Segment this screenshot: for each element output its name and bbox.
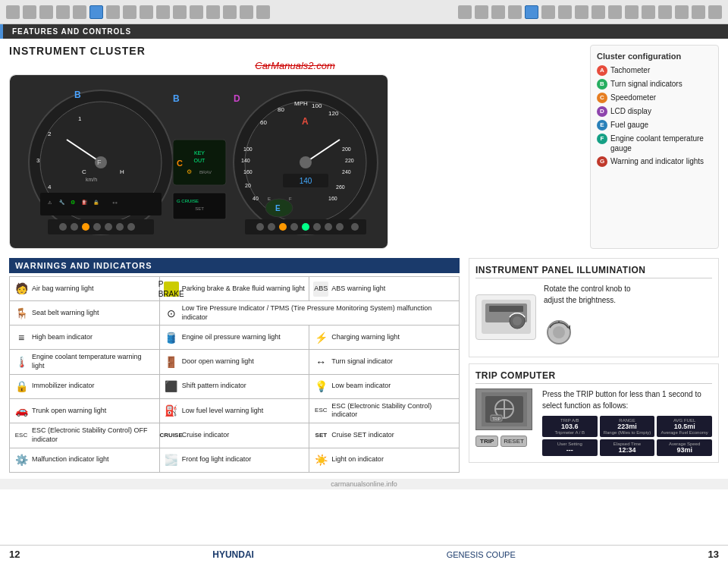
nav-icon-1[interactable] [6,5,20,19]
bottom-section: WARNINGS AND INDICATORS 🧑 Air bag warnin… [9,258,719,473]
svg-text:100: 100 [243,146,253,152]
door-icon: 🚪 [164,354,179,370]
svg-point-67 [313,223,321,231]
nav-icon-r5[interactable] [541,5,555,19]
reset-button[interactable]: RESET [500,436,527,447]
nav-icon-car-active[interactable] [89,5,103,19]
cruise-text: Cruise indicator [182,431,230,440]
svg-text:C: C [82,168,86,175]
svg-rect-71 [40,193,162,215]
nav-icon-4[interactable] [56,5,70,19]
warning-tpms: ⊙ Low Tire Pressure Indicator / TPMS (Ti… [160,301,460,326]
warning-airbag: 🧑 Air bag warning light [10,277,160,301]
nav-icon-11[interactable] [190,5,203,19]
svg-text:2: 2 [48,131,52,137]
warning-esc-off: ESC ESC (Electronic Stability Control) O… [10,423,160,448]
svg-text:100: 100 [312,102,322,109]
nav-icon-6[interactable] [106,5,120,19]
config-label-f: Engine coolant temperature gauge [610,134,712,153]
nav-icon-r10[interactable] [625,5,639,19]
warning-light-on: ☀️ Light on indicator [309,448,460,473]
svg-point-19 [71,223,78,231]
nav-icon-5[interactable] [73,5,86,19]
config-item-f: F Engine coolant temperature gauge [597,134,712,153]
warning-door: 🚪 Door open warning light [160,350,310,374]
nav-icon-13[interactable] [223,5,237,19]
nav-icon-r3[interactable] [491,5,505,19]
badge-c: C [597,93,607,103]
nav-icon-r14[interactable] [692,5,705,19]
svg-text:SET: SET [195,206,204,211]
badge-b: B [597,79,607,90]
coolant-text: Engine coolant temperature warning light [32,353,155,370]
right-nav-icons [458,5,722,19]
warning-low-beam: 💡 Low beam indicator [309,375,460,399]
trip-display-elapsed: Elapsed Time 12:34 [600,439,655,456]
trip-display-range: RANGE 223mi Range (Miles to Empty) [600,416,655,437]
warning-oil-pressure: 🛢️ Engine oil pressure warning light [160,326,310,350]
config-item-a: A Tachometer [597,65,712,76]
svg-text:200: 200 [342,146,351,152]
nav-icon-12[interactable] [206,5,220,19]
nav-icon-14[interactable] [240,5,253,19]
warning-highbeam: ≡ High beam indicator [10,326,160,350]
nav-icon-r9[interactable] [608,5,622,19]
warnings-section: WARNINGS AND INDICATORS 🧑 Air bag warnin… [9,258,460,473]
trip-button[interactable]: TRIP [475,436,498,447]
badge-e: E [597,120,607,131]
svg-text:G CRUISE: G CRUISE [177,199,199,203]
door-text: Door open warning light [182,357,254,366]
config-label-e: Fuel gauge [610,120,648,130]
nav-icon-2[interactable] [23,5,36,19]
illumination-title: INSTRUMENT PANEL ILLUMINATION [475,265,712,278]
watermark: CarManuals2.com [9,60,581,71]
svg-text:F: F [97,159,102,166]
nav-icon-r4[interactable] [508,5,522,19]
nav-icon-3[interactable] [39,5,53,19]
nav-icon-r13[interactable] [675,5,689,19]
nav-icon-15[interactable] [256,5,270,19]
svg-text:F: F [289,197,292,201]
trip-title: TRIP COMPUTER [475,370,712,384]
nav-icon-9[interactable] [156,5,170,19]
svg-point-60 [300,156,312,168]
warning-esc: ESC ESC (Electronic Stability Control) i… [309,399,460,423]
nav-icon-10[interactable] [173,5,187,19]
nav-icon-r6[interactable] [558,5,572,19]
nav-icon-r8[interactable] [592,5,605,19]
config-label-g: Warning and indicator lights [610,156,704,166]
parking-brake-text: Parking brake & Brake fluid warning ligh… [182,285,305,294]
trip-description: Press the TRIP button for less than 1 se… [542,388,712,411]
nav-icon-menu[interactable] [708,5,722,19]
svg-text:4: 4 [48,184,52,190]
badge-f: F [597,134,607,144]
immobilizer-icon: 🔒 [14,379,29,394]
charging-text: Charging warning light [331,333,400,342]
svg-point-85 [513,316,522,326]
badge-a: A [597,65,607,76]
page-footer: 12 HYUNDAI GENESIS COUPE 13 [0,545,728,563]
svg-text:B: B [173,93,180,104]
main-content: INSTRUMENT CLUSTER CarManuals2.com 1 2 3… [0,39,728,479]
top-navigation [0,0,728,24]
nav-icon-r7[interactable] [575,5,588,19]
knob-icon-svg [544,317,574,348]
warning-abs: ABS ABS warning light [309,277,460,301]
svg-text:E: E [268,197,271,201]
warnings-grid: 🧑 Air bag warning light PBRAKE Parking b… [9,276,460,473]
nav-icon-r1[interactable] [458,5,472,19]
trip-photo: TRIP [475,388,532,430]
nav-icon-r12[interactable] [658,5,672,19]
nav-icon-car-right-active[interactable] [525,5,538,19]
svg-text:⚙: ⚙ [187,168,192,175]
nav-icon-r11[interactable] [642,5,655,19]
left-nav-icons [6,5,270,19]
nav-icon-r2[interactable] [475,5,488,19]
svg-point-18 [59,223,67,231]
svg-text:BRAV: BRAV [199,170,212,175]
nav-icon-8[interactable] [140,5,153,19]
airbag-text: Air bag warning light [32,285,94,294]
nav-icon-7[interactable] [123,5,136,19]
warning-cruise-set: SET Cruise SET indicator [309,423,460,448]
low-beam-icon: 💡 [313,379,328,394]
